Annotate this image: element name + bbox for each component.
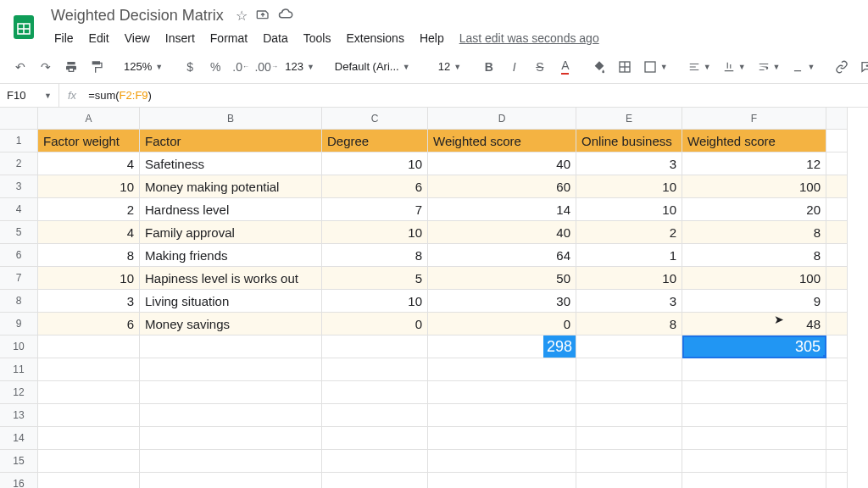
merge-button[interactable]: ▼	[638, 60, 673, 74]
cell[interactable]: Weighted score	[428, 130, 576, 152]
row-header[interactable]: 1	[0, 130, 38, 152]
last-edit-link[interactable]: Last edit was seconds ago	[459, 31, 599, 45]
row-header[interactable]: 12	[0, 381, 38, 404]
cell[interactable]: 5	[322, 267, 428, 290]
undo-button[interactable]: ↶	[8, 55, 32, 79]
cell[interactable]	[576, 427, 682, 450]
cell[interactable]	[140, 381, 322, 404]
cell[interactable]: 40	[428, 152, 576, 175]
cell[interactable]	[826, 381, 848, 404]
cell[interactable]	[682, 450, 826, 473]
cell[interactable]	[140, 336, 322, 358]
sheets-logo-icon[interactable]	[8, 12, 39, 42]
menu-tools[interactable]: Tools	[297, 28, 338, 48]
font-size-select[interactable]: 12 ▼	[433, 60, 467, 73]
cell[interactable]	[38, 473, 140, 488]
cell[interactable]	[38, 404, 140, 427]
cell[interactable]: Safetiness	[140, 152, 322, 175]
cell[interactable]	[826, 404, 848, 427]
row-header[interactable]: 11	[0, 358, 38, 381]
cell[interactable]: Degree	[322, 130, 428, 152]
cell[interactable]	[682, 473, 826, 488]
cell[interactable]	[826, 244, 848, 267]
cell[interactable]: 3	[576, 290, 682, 313]
cell[interactable]: 1	[576, 244, 682, 267]
cell[interactable]: Making friends	[140, 244, 322, 267]
col-header[interactable]: E	[576, 108, 682, 130]
cell[interactable]	[38, 381, 140, 404]
cell[interactable]	[576, 336, 682, 358]
cell[interactable]: Online business	[576, 130, 682, 152]
cell[interactable]	[428, 473, 576, 488]
cell[interactable]	[826, 358, 848, 381]
cell[interactable]: Factor weight	[38, 130, 140, 152]
cell[interactable]	[826, 130, 848, 152]
cell[interactable]	[576, 473, 682, 488]
cell[interactable]: 64	[428, 244, 576, 267]
cell[interactable]: Hapiness level is works out	[140, 267, 322, 290]
cell[interactable]: 8	[38, 244, 140, 267]
col-header[interactable]: C	[322, 108, 428, 130]
cell[interactable]: 4	[38, 152, 140, 175]
cell[interactable]	[322, 381, 428, 404]
cell[interactable]: 3	[576, 152, 682, 175]
cell[interactable]	[576, 404, 682, 427]
cell[interactable]: 9	[682, 290, 826, 313]
cell[interactable]	[322, 336, 428, 358]
row-header[interactable]: 10	[0, 336, 38, 358]
cell[interactable]	[826, 450, 848, 473]
cell[interactable]: Living situation	[140, 290, 322, 313]
menu-data[interactable]: Data	[256, 28, 295, 48]
menu-insert[interactable]: Insert	[159, 28, 202, 48]
paint-format-button[interactable]	[85, 55, 108, 79]
menu-help[interactable]: Help	[413, 28, 451, 48]
cell[interactable]: 2	[576, 221, 682, 244]
cell[interactable]	[428, 427, 576, 450]
cell[interactable]: 10	[38, 267, 140, 290]
percent-button[interactable]: %	[203, 55, 227, 79]
menu-extensions[interactable]: Extensions	[339, 28, 410, 48]
cell[interactable]: 2	[38, 198, 140, 221]
cell[interactable]	[428, 358, 576, 381]
zoom-select[interactable]: 125% ▼	[119, 60, 168, 73]
cell[interactable]	[576, 450, 682, 473]
cell[interactable]	[140, 450, 322, 473]
cell[interactable]	[428, 404, 576, 427]
number-format-select[interactable]: 123 ▼	[280, 60, 320, 73]
row-header[interactable]: 2	[0, 152, 38, 175]
cell[interactable]: 6	[38, 313, 140, 336]
cell[interactable]: 10	[576, 175, 682, 198]
link-button[interactable]	[830, 55, 854, 79]
wrap-button[interactable]: ▼	[753, 61, 786, 73]
cell[interactable]: 7	[322, 198, 428, 221]
col-header[interactable]: D	[428, 108, 576, 130]
row-header[interactable]: 14	[0, 427, 38, 450]
strikethrough-button[interactable]: S	[528, 55, 552, 79]
cell[interactable]: Family approval	[140, 221, 322, 244]
cell[interactable]	[826, 267, 848, 290]
italic-button[interactable]: I	[503, 55, 526, 79]
cell[interactable]: 40	[428, 221, 576, 244]
cell[interactable]: 10	[322, 290, 428, 313]
cell[interactable]	[322, 404, 428, 427]
row-header[interactable]: 7	[0, 267, 38, 290]
cell[interactable]: 4	[38, 221, 140, 244]
cell[interactable]: 0	[322, 313, 428, 336]
cell-selected[interactable]: 305	[682, 336, 826, 358]
spreadsheet-grid[interactable]: 1 2 3 4 5 6 7 8 9 10 11 12 13 14 15 16 A…	[0, 108, 868, 487]
cell[interactable]: 10	[576, 267, 682, 290]
borders-button[interactable]	[613, 55, 637, 79]
fill-color-button[interactable]	[587, 55, 611, 79]
cell[interactable]	[38, 427, 140, 450]
cell[interactable]: 8	[576, 313, 682, 336]
select-all-corner[interactable]	[0, 108, 38, 130]
cell[interactable]: 60	[428, 175, 576, 198]
cell[interactable]	[576, 358, 682, 381]
cell[interactable]	[682, 358, 826, 381]
row-header[interactable]: 13	[0, 404, 38, 427]
text-color-button[interactable]: A	[554, 55, 577, 79]
cell[interactable]: 14	[428, 198, 576, 221]
cell[interactable]: Money making potential	[140, 175, 322, 198]
redo-button[interactable]: ↷	[34, 55, 58, 79]
col-header[interactable]: A	[38, 108, 140, 130]
